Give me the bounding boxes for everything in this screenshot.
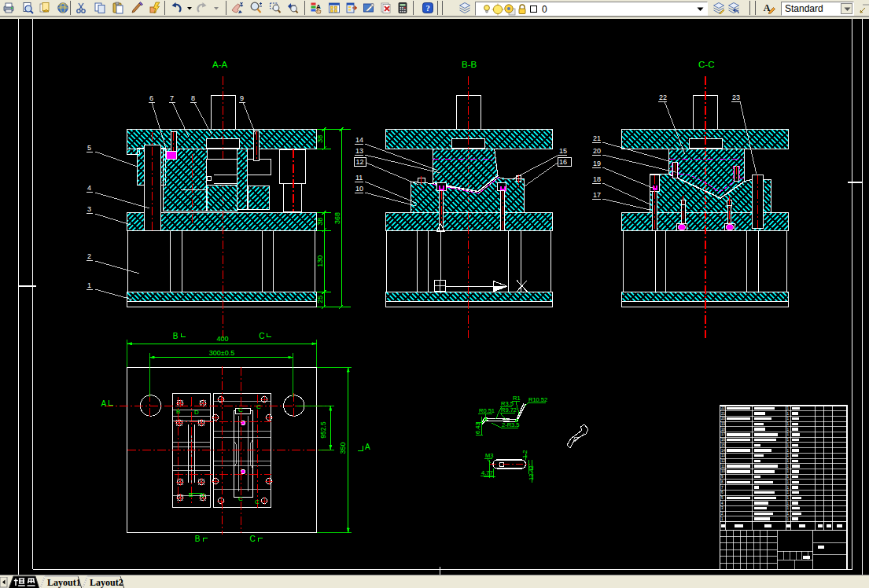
svg-text:A: A: [101, 399, 107, 408]
svg-text:3: 3: [87, 205, 91, 213]
svg-text:13: 13: [721, 454, 726, 458]
svg-text:Layout2: Layout2: [90, 577, 123, 588]
svg-text:400: 400: [216, 335, 228, 343]
svg-text:R0.51: R0.51: [479, 407, 495, 414]
svg-text:B: B: [195, 535, 201, 543]
svg-text:7: 7: [170, 94, 174, 102]
svg-text:5: 5: [87, 144, 91, 152]
svg-text:21: 21: [721, 412, 726, 416]
svg-text:A-A: A-A: [212, 60, 228, 69]
svg-text:C: C: [250, 535, 256, 543]
svg-text:19: 19: [721, 422, 726, 426]
svg-text:C: C: [238, 406, 243, 413]
svg-text:6: 6: [149, 94, 153, 102]
svg-text:130: 130: [316, 255, 324, 267]
svg-text:10: 10: [721, 469, 726, 473]
svg-text:12: 12: [721, 459, 726, 463]
svg-text:C: C: [259, 332, 264, 340]
svg-text:20: 20: [721, 417, 726, 421]
svg-text:368: 368: [333, 212, 341, 224]
svg-text:350: 350: [339, 442, 347, 454]
svg-text:38: 38: [316, 218, 324, 226]
svg-text:22: 22: [721, 406, 726, 410]
svg-text:11: 11: [355, 174, 363, 182]
svg-text:C: C: [256, 403, 261, 410]
svg-text:B: B: [173, 332, 179, 340]
svg-text:A: A: [365, 443, 370, 451]
svg-text:M3: M3: [485, 452, 493, 459]
svg-text:17: 17: [721, 432, 726, 436]
svg-text:9: 9: [240, 94, 244, 102]
svg-text:B-B: B-B: [462, 60, 477, 69]
svg-text:12: 12: [356, 158, 364, 166]
svg-text:25: 25: [316, 296, 324, 303]
svg-text:15: 15: [559, 147, 567, 155]
svg-text:15: 15: [721, 443, 726, 447]
svg-text:952.5: 952.5: [319, 421, 327, 439]
svg-text:B: B: [176, 408, 180, 415]
svg-text:D: D: [201, 491, 205, 498]
svg-text:300±0.5: 300±0.5: [209, 349, 234, 357]
svg-text:10: 10: [355, 185, 363, 193]
svg-text:19: 19: [593, 160, 601, 167]
svg-text:2: 2: [87, 252, 91, 260]
svg-text:2-R3.5: 2-R3.5: [502, 421, 520, 428]
svg-text:22: 22: [659, 94, 667, 101]
svg-text:R1: R1: [513, 395, 521, 402]
svg-text:21: 21: [593, 134, 601, 142]
svg-text:18: 18: [593, 175, 601, 183]
svg-text:17: 17: [593, 191, 601, 199]
svg-text:23: 23: [732, 94, 740, 101]
svg-text:14: 14: [721, 449, 726, 453]
svg-text:R9.72: R9.72: [501, 406, 517, 413]
svg-text:Layout1: Layout1: [47, 577, 81, 588]
svg-text:16: 16: [721, 438, 726, 442]
svg-text:18: 18: [721, 428, 726, 432]
svg-text:1: 1: [87, 281, 91, 289]
svg-text:D: D: [194, 409, 199, 416]
svg-text:20: 20: [593, 147, 601, 155]
svg-text:6.43: 6.43: [474, 422, 481, 434]
svg-text:14: 14: [355, 136, 363, 144]
svg-text:C: C: [255, 498, 260, 505]
svg-text:C-C: C-C: [698, 60, 714, 69]
svg-text:?: ?: [425, 4, 429, 13]
svg-text:B: B: [189, 491, 193, 498]
svg-text:38: 38: [316, 135, 324, 143]
svg-text:C: C: [238, 495, 243, 502]
svg-text:11: 11: [721, 465, 725, 469]
svg-text:4.77: 4.77: [481, 469, 493, 476]
svg-text:13: 13: [355, 147, 363, 155]
svg-text:R10.52: R10.52: [528, 396, 547, 403]
svg-text:16: 16: [559, 158, 567, 166]
svg-text:1.2: 1.2: [521, 450, 528, 458]
svg-text:8: 8: [191, 94, 195, 102]
svg-text:4: 4: [87, 184, 91, 192]
